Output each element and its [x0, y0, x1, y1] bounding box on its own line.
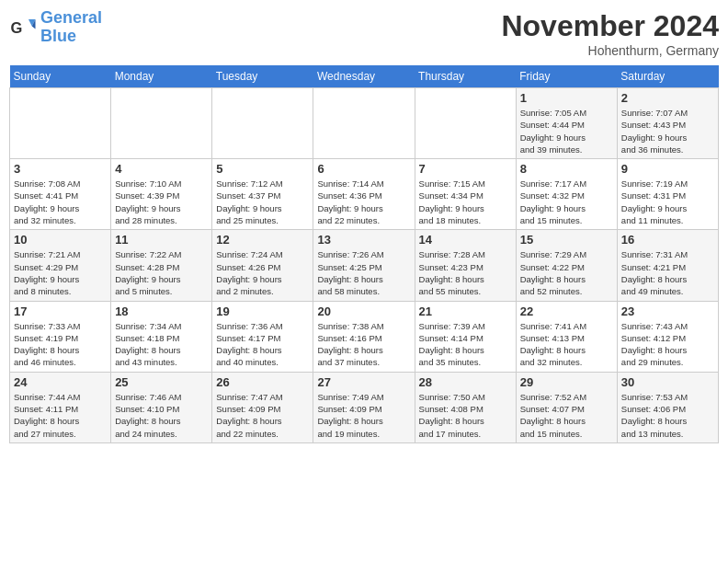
calendar-cell: 20Sunrise: 7:38 AMSunset: 4:16 PMDayligh… [313, 301, 415, 372]
day-info: Sunrise: 7:46 AMSunset: 4:10 PMDaylight:… [115, 391, 208, 440]
calendar-cell: 30Sunrise: 7:53 AMSunset: 4:06 PMDayligh… [617, 372, 718, 442]
calendar-cell: 3Sunrise: 7:08 AMSunset: 4:41 PMDaylight… [10, 159, 111, 230]
day-number: 5 [216, 162, 309, 176]
svg-text:G: G [11, 19, 23, 36]
month-title: November 2024 [501, 9, 719, 43]
calendar-cell: 4Sunrise: 7:10 AMSunset: 4:39 PMDaylight… [111, 159, 212, 230]
calendar-cell: 11Sunrise: 7:22 AMSunset: 4:28 PMDayligh… [111, 230, 212, 301]
calendar-cell: 25Sunrise: 7:46 AMSunset: 4:10 PMDayligh… [111, 372, 212, 442]
title-block: November 2024 Hohenthurm, Germany [501, 9, 719, 58]
day-number: 11 [115, 233, 208, 247]
weekday-header: SundayMondayTuesdayWednesdayThursdayFrid… [10, 65, 719, 88]
day-number: 30 [621, 375, 714, 389]
calendar-cell: 2Sunrise: 7:07 AMSunset: 4:43 PMDaylight… [617, 88, 718, 159]
calendar-week-4: 24Sunrise: 7:44 AMSunset: 4:11 PMDayligh… [10, 372, 719, 442]
day-number: 16 [621, 233, 714, 247]
day-number: 21 [419, 304, 512, 318]
calendar-cell: 12Sunrise: 7:24 AMSunset: 4:26 PMDayligh… [212, 230, 313, 301]
day-info: Sunrise: 7:10 AMSunset: 4:39 PMDaylight:… [115, 178, 208, 226]
day-number: 26 [216, 375, 309, 389]
day-number: 6 [317, 162, 410, 176]
day-info: Sunrise: 7:24 AMSunset: 4:26 PMDaylight:… [216, 248, 309, 297]
weekday-header-thursday: Thursday [415, 65, 516, 88]
calendar-cell: 21Sunrise: 7:39 AMSunset: 4:14 PMDayligh… [415, 301, 516, 372]
calendar-cell: 28Sunrise: 7:50 AMSunset: 4:08 PMDayligh… [415, 372, 516, 442]
day-info: Sunrise: 7:17 AMSunset: 4:32 PMDaylight:… [520, 178, 613, 226]
day-number: 4 [115, 162, 208, 176]
day-info: Sunrise: 7:22 AMSunset: 4:28 PMDaylight:… [115, 248, 208, 297]
day-number: 25 [115, 375, 208, 389]
calendar-cell [415, 88, 516, 159]
calendar-cell: 13Sunrise: 7:26 AMSunset: 4:25 PMDayligh… [313, 230, 415, 301]
day-number: 17 [14, 304, 107, 318]
day-number: 1 [520, 91, 613, 105]
calendar-cell: 19Sunrise: 7:36 AMSunset: 4:17 PMDayligh… [212, 301, 313, 372]
logo: G General Blue [9, 9, 102, 46]
weekday-header-tuesday: Tuesday [212, 65, 313, 88]
day-info: Sunrise: 7:39 AMSunset: 4:14 PMDaylight:… [419, 320, 512, 369]
day-info: Sunrise: 7:12 AMSunset: 4:37 PMDaylight:… [216, 178, 309, 226]
weekday-header-monday: Monday [111, 65, 212, 88]
calendar-cell: 9Sunrise: 7:19 AMSunset: 4:31 PMDaylight… [617, 159, 718, 230]
day-info: Sunrise: 7:33 AMSunset: 4:19 PMDaylight:… [14, 320, 107, 369]
day-info: Sunrise: 7:44 AMSunset: 4:11 PMDaylight:… [14, 391, 107, 440]
day-number: 23 [621, 304, 714, 318]
day-number: 19 [216, 304, 309, 318]
day-info: Sunrise: 7:31 AMSunset: 4:21 PMDaylight:… [621, 248, 714, 297]
day-info: Sunrise: 7:49 AMSunset: 4:09 PMDaylight:… [317, 391, 410, 440]
day-info: Sunrise: 7:38 AMSunset: 4:16 PMDaylight:… [317, 320, 410, 369]
calendar-cell: 17Sunrise: 7:33 AMSunset: 4:19 PMDayligh… [10, 301, 111, 372]
day-info: Sunrise: 7:08 AMSunset: 4:41 PMDaylight:… [14, 178, 107, 226]
calendar-cell: 26Sunrise: 7:47 AMSunset: 4:09 PMDayligh… [212, 372, 313, 442]
day-info: Sunrise: 7:28 AMSunset: 4:23 PMDaylight:… [419, 248, 512, 297]
calendar-table: SundayMondayTuesdayWednesdayThursdayFrid… [9, 65, 719, 443]
calendar-cell: 29Sunrise: 7:52 AMSunset: 4:07 PMDayligh… [516, 372, 617, 442]
calendar-week-2: 10Sunrise: 7:21 AMSunset: 4:29 PMDayligh… [10, 230, 719, 301]
weekday-header-sunday: Sunday [10, 65, 111, 88]
calendar-cell: 6Sunrise: 7:14 AMSunset: 4:36 PMDaylight… [313, 159, 415, 230]
day-info: Sunrise: 7:19 AMSunset: 4:31 PMDaylight:… [621, 178, 714, 226]
calendar-week-3: 17Sunrise: 7:33 AMSunset: 4:19 PMDayligh… [10, 301, 719, 372]
day-info: Sunrise: 7:21 AMSunset: 4:29 PMDaylight:… [14, 248, 107, 297]
weekday-header-wednesday: Wednesday [313, 65, 415, 88]
day-info: Sunrise: 7:14 AMSunset: 4:36 PMDaylight:… [317, 178, 410, 226]
day-info: Sunrise: 7:43 AMSunset: 4:12 PMDaylight:… [621, 320, 714, 369]
calendar-cell: 1Sunrise: 7:05 AMSunset: 4:44 PMDaylight… [516, 88, 617, 159]
calendar-cell: 8Sunrise: 7:17 AMSunset: 4:32 PMDaylight… [516, 159, 617, 230]
day-number: 27 [317, 375, 410, 389]
calendar-cell [212, 88, 313, 159]
day-info: Sunrise: 7:36 AMSunset: 4:17 PMDaylight:… [216, 320, 309, 369]
calendar-cell: 7Sunrise: 7:15 AMSunset: 4:34 PMDaylight… [415, 159, 516, 230]
day-info: Sunrise: 7:29 AMSunset: 4:22 PMDaylight:… [520, 248, 613, 297]
calendar-cell: 16Sunrise: 7:31 AMSunset: 4:21 PMDayligh… [617, 230, 718, 301]
day-number: 2 [621, 91, 714, 105]
day-info: Sunrise: 7:15 AMSunset: 4:34 PMDaylight:… [419, 178, 512, 226]
weekday-header-saturday: Saturday [617, 65, 718, 88]
day-info: Sunrise: 7:52 AMSunset: 4:07 PMDaylight:… [520, 391, 613, 440]
calendar-cell [10, 88, 111, 159]
logo-text: General Blue [40, 9, 102, 46]
day-number: 10 [14, 233, 107, 247]
day-number: 14 [419, 233, 512, 247]
weekday-header-friday: Friday [516, 65, 617, 88]
day-info: Sunrise: 7:07 AMSunset: 4:43 PMDaylight:… [621, 107, 714, 155]
day-number: 3 [14, 162, 107, 176]
day-info: Sunrise: 7:47 AMSunset: 4:09 PMDaylight:… [216, 391, 309, 440]
calendar-body: 1Sunrise: 7:05 AMSunset: 4:44 PMDaylight… [10, 88, 719, 443]
day-number: 24 [14, 375, 107, 389]
calendar-cell: 27Sunrise: 7:49 AMSunset: 4:09 PMDayligh… [313, 372, 415, 442]
calendar-cell: 24Sunrise: 7:44 AMSunset: 4:11 PMDayligh… [10, 372, 111, 442]
day-number: 15 [520, 233, 613, 247]
day-number: 29 [520, 375, 613, 389]
day-info: Sunrise: 7:34 AMSunset: 4:18 PMDaylight:… [115, 320, 208, 369]
day-info: Sunrise: 7:53 AMSunset: 4:06 PMDaylight:… [621, 391, 714, 440]
day-info: Sunrise: 7:05 AMSunset: 4:44 PMDaylight:… [520, 107, 613, 155]
day-number: 18 [115, 304, 208, 318]
calendar-cell: 18Sunrise: 7:34 AMSunset: 4:18 PMDayligh… [111, 301, 212, 372]
day-number: 13 [317, 233, 410, 247]
day-number: 20 [317, 304, 410, 318]
day-number: 28 [419, 375, 512, 389]
calendar-cell [313, 88, 415, 159]
day-info: Sunrise: 7:50 AMSunset: 4:08 PMDaylight:… [419, 391, 512, 440]
day-info: Sunrise: 7:41 AMSunset: 4:13 PMDaylight:… [520, 320, 613, 369]
